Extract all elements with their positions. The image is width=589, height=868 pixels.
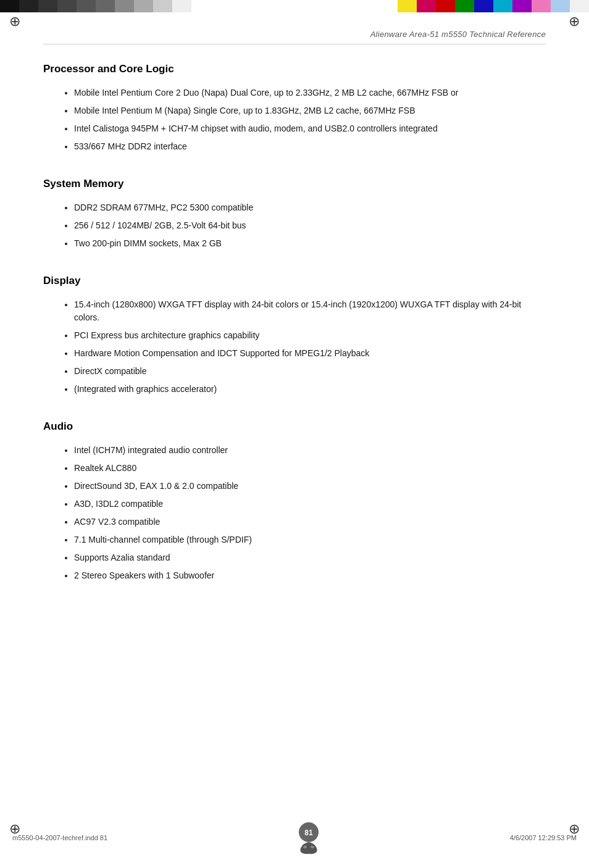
registration-mark-tr: ⊕ <box>569 14 580 30</box>
section-list-display: 15.4-inch (1280x800) WXGA TFT display wi… <box>43 298 546 396</box>
color-bar-item <box>134 0 153 12</box>
section-list-memory: DDR2 SDRAM 677MHz, PC2 5300 compatible 2… <box>43 201 546 250</box>
color-bar-item <box>436 0 455 12</box>
footer-left-text: m5550-04-2007-techref.indd 81 <box>12 834 107 841</box>
page-content: Alienware Area-51 m5550 Technical Refere… <box>0 11 589 656</box>
list-item: 256 / 512 / 1024MB/ 2GB, 2.5-Volt 64-bit… <box>74 219 546 232</box>
color-bar-item <box>493 0 512 12</box>
registration-mark-tl: ⊕ <box>9 14 20 30</box>
page-title: Alienware Area-51 m5550 Technical Refere… <box>370 30 546 39</box>
color-bar-item <box>0 0 19 12</box>
list-item: DirectX compatible <box>74 365 546 378</box>
color-bar-item <box>398 0 417 12</box>
list-item: Intel (ICH7M) integrated audio controlle… <box>74 444 546 457</box>
color-bar-item <box>77 0 96 12</box>
section-title-display: Display <box>43 275 546 287</box>
list-item: 2 Stereo Speakers with 1 Subwoofer <box>74 569 546 582</box>
section-title-memory: System Memory <box>43 178 546 190</box>
section-processor: Processor and Core Logic Mobile Intel Pe… <box>43 63 546 153</box>
footer-right-text: 4/6/2007 12:29:53 PM <box>510 834 577 841</box>
color-bar-item <box>417 0 436 12</box>
list-item: 7.1 Multi-channel compatible (through S/… <box>74 533 546 546</box>
top-bars-right <box>398 0 589 12</box>
section-title-processor: Processor and Core Logic <box>43 63 546 75</box>
list-item: Realtek ALC880 <box>74 462 546 475</box>
color-bar-item <box>57 0 77 12</box>
list-item: DirectSound 3D, EAX 1.0 & 2.0 compatible <box>74 480 546 493</box>
footer-center: 81 <box>293 820 324 856</box>
top-bar-gap <box>191 0 398 12</box>
top-bars-left <box>0 0 191 12</box>
list-item: Two 200-pin DIMM sockets, Max 2 GB <box>74 237 546 250</box>
color-bar-item <box>19 0 38 12</box>
section-list-audio: Intel (ICH7M) integrated audio controlle… <box>43 444 546 582</box>
list-item: 15.4-inch (1280x800) WXGA TFT display wi… <box>74 298 546 324</box>
list-item: Supports Azalia standard <box>74 551 546 564</box>
color-bar-item <box>172 0 191 12</box>
list-item: A3D, I3DL2 compatible <box>74 498 546 511</box>
page-footer: m5550-04-2007-techref.indd 81 81 4/6/200… <box>0 820 589 856</box>
section-list-processor: Mobile Intel Pentium Core 2 Duo (Napa) D… <box>43 86 546 153</box>
color-bar-item <box>38 0 57 12</box>
list-item: Hardware Motion Compensation and IDCT Su… <box>74 347 546 360</box>
section-memory: System Memory DDR2 SDRAM 677MHz, PC2 530… <box>43 178 546 250</box>
color-bar-item <box>570 0 589 12</box>
list-item: (Integrated with graphics accelerator) <box>74 383 546 396</box>
page-header: Alienware Area-51 m5550 Technical Refere… <box>43 30 546 44</box>
list-item: Mobile Intel Pentium M (Napa) Single Cor… <box>74 104 546 117</box>
color-bar-item <box>455 0 474 12</box>
list-item: Intel Calistoga 945PM + ICH7-M chipset w… <box>74 122 546 135</box>
color-bar-item <box>532 0 551 12</box>
section-display: Display 15.4-inch (1280x800) WXGA TFT di… <box>43 275 546 396</box>
alienware-logo: 81 <box>293 820 324 856</box>
color-bar-item <box>474 0 493 12</box>
list-item: 533/667 MHz DDR2 interface <box>74 140 546 153</box>
color-bar-item <box>551 0 570 12</box>
color-bar-item <box>96 0 115 12</box>
list-item: PCI Express bus architecture graphics ca… <box>74 329 546 342</box>
section-audio: Audio Intel (ICH7M) integrated audio con… <box>43 420 546 582</box>
color-bar-item <box>153 0 172 12</box>
top-color-bars <box>0 0 589 12</box>
list-item: AC97 V2.3 compatible <box>74 515 546 528</box>
list-item: Mobile Intel Pentium Core 2 Duo (Napa) D… <box>74 86 546 99</box>
color-bar-item <box>512 0 532 12</box>
section-title-audio: Audio <box>43 420 546 433</box>
list-item: DDR2 SDRAM 677MHz, PC2 5300 compatible <box>74 201 546 214</box>
svg-text:81: 81 <box>304 828 313 837</box>
color-bar-item <box>115 0 134 12</box>
